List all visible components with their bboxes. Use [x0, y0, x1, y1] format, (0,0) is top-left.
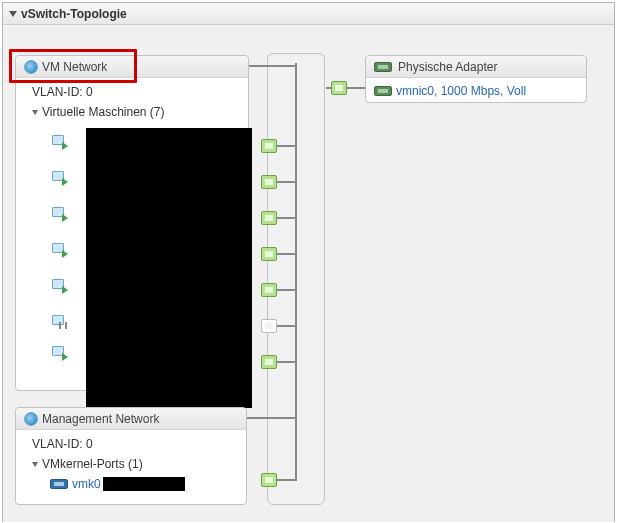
nic-card-icon [374, 86, 392, 96]
vmk-port-icon [261, 473, 277, 487]
mgmt-network-title: Management Network [42, 408, 159, 430]
vmkernel-nic-icon [50, 479, 68, 489]
topology-panel: vSwitch-Topologie VM Network VLAN-ID: 0 … [2, 2, 615, 522]
vm-network-title: VM Network [42, 56, 107, 78]
vlan-row: VLAN-ID: 0 [24, 82, 240, 102]
vm-port-icon [261, 355, 277, 369]
vm-port-icon [261, 283, 277, 297]
redacted-inline [103, 477, 185, 491]
uplink-port-icon [331, 81, 347, 95]
vswitch-spine [295, 63, 297, 481]
vm-network-header[interactable]: VM Network [16, 56, 248, 78]
vm-on-icon [52, 207, 66, 221]
panel-header[interactable]: vSwitch-Topologie [3, 3, 614, 25]
collapse-arrow-icon [9, 11, 17, 17]
vm-network-body: VLAN-ID: 0 Virtuelle Maschinen (7) [16, 78, 248, 372]
vm-suspended-icon [52, 315, 66, 329]
vm-on-icon [52, 171, 66, 185]
panel-body: VM Network VLAN-ID: 0 Virtuelle Maschine… [3, 25, 614, 522]
vm-on-icon [52, 243, 66, 257]
network-globe-icon [24, 412, 38, 426]
vmk-row[interactable]: vmk0 [24, 474, 238, 494]
vmkports-label: VMkernel-Ports (1) [42, 457, 143, 471]
adapter-link[interactable]: vmnic0, 1000 Mbps, Voll [396, 84, 526, 98]
vm-port-icon [261, 247, 277, 261]
vlan-label: VLAN-ID: 0 [32, 85, 93, 99]
nic-card-icon [374, 62, 392, 72]
network-globe-icon [24, 60, 38, 74]
physical-adapters-body: vmnic0, 1000 Mbps, Voll [366, 78, 586, 104]
adapter-row[interactable]: vmnic0, 1000 Mbps, Voll [374, 81, 578, 101]
mgmt-network-header[interactable]: Management Network [16, 408, 246, 430]
vm-port-icon [261, 139, 277, 153]
vm-on-icon [52, 279, 66, 293]
vmk-link[interactable]: vmk0 [72, 477, 101, 491]
physical-adapters-header: Physische Adapter [366, 56, 586, 78]
connector-line [249, 65, 295, 67]
vm-port-icon [261, 175, 277, 189]
vms-row[interactable]: Virtuelle Maschinen (7) [24, 102, 240, 122]
chevron-down-icon [32, 462, 38, 467]
chevron-down-icon [32, 110, 38, 115]
mgmt-vlan-label: VLAN-ID: 0 [32, 437, 93, 451]
mgmt-network-body: VLAN-ID: 0 VMkernel-Ports (1) vmk0 [16, 430, 246, 500]
vm-port-empty-icon [261, 319, 277, 333]
vm-on-icon [52, 346, 66, 360]
vm-port-icon [261, 211, 277, 225]
physical-adapters-title: Physische Adapter [398, 56, 497, 78]
physical-adapters-box[interactable]: Physische Adapter vmnic0, 1000 Mbps, Vol… [365, 55, 587, 103]
panel-title: vSwitch-Topologie [21, 3, 127, 25]
vm-network-portgroup[interactable]: VM Network VLAN-ID: 0 Virtuelle Maschine… [15, 55, 249, 391]
redacted-block [86, 128, 252, 408]
mgmt-network-portgroup[interactable]: Management Network VLAN-ID: 0 VMkernel-P… [15, 407, 247, 505]
vms-label: Virtuelle Maschinen (7) [42, 105, 165, 119]
vlan-row: VLAN-ID: 0 [24, 434, 238, 454]
vmkports-row[interactable]: VMkernel-Ports (1) [24, 454, 238, 474]
vm-on-icon [52, 135, 66, 149]
connector-line [247, 417, 295, 419]
